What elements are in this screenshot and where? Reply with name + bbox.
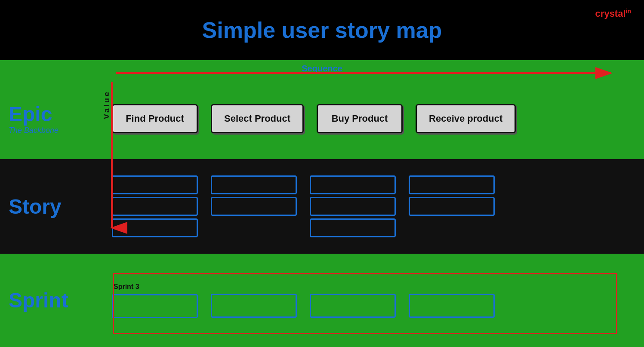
story-card[interactable] bbox=[112, 197, 198, 216]
story-card[interactable] bbox=[211, 197, 297, 216]
sprint-label-area: Sprint bbox=[0, 289, 99, 312]
logo-crystal: crystal bbox=[595, 8, 626, 19]
story-stack-4 bbox=[409, 175, 495, 237]
story-card[interactable] bbox=[112, 175, 198, 194]
story-stack-2 bbox=[211, 175, 297, 237]
epic-row: Sequence Epic The Backbone Value Find Pr… bbox=[0, 60, 644, 159]
sprint-label: Sprint 3 bbox=[114, 283, 198, 291]
epic-card-buy-product[interactable]: Buy Product bbox=[317, 104, 403, 133]
epic-card-receive-product[interactable]: Receive product bbox=[416, 104, 516, 133]
page: Simple user story map crystalin bbox=[0, 0, 644, 347]
sprint-title: Sprint bbox=[9, 289, 99, 312]
sprint-cards: Sprint 3 bbox=[112, 283, 644, 318]
value-label: Value bbox=[102, 90, 111, 119]
sprint-card[interactable] bbox=[409, 294, 495, 318]
story-columns bbox=[112, 175, 644, 237]
epic-card-find-product[interactable]: Find Product bbox=[112, 104, 198, 133]
sequence-bar: Sequence bbox=[0, 60, 644, 78]
story-stack-1 bbox=[112, 175, 198, 237]
logo-in: in bbox=[626, 8, 631, 15]
story-label-area: Story bbox=[0, 195, 99, 218]
story-card[interactable] bbox=[409, 197, 495, 216]
story-card[interactable] bbox=[310, 197, 396, 216]
epic-cards: Find Product Select Product Buy Product … bbox=[112, 104, 644, 133]
epic-card-select-product[interactable]: Select Product bbox=[211, 104, 304, 133]
story-stack-3 bbox=[310, 175, 396, 237]
epic-content: Epic The Backbone Value Find Product Sel… bbox=[0, 78, 644, 159]
story-card[interactable] bbox=[112, 218, 198, 237]
story-card[interactable] bbox=[310, 175, 396, 194]
sprint-card[interactable] bbox=[211, 294, 297, 318]
sprint-row: Sprint Sprint 3 bbox=[0, 254, 644, 347]
sprint-card-wrap-1: Sprint 3 bbox=[112, 283, 198, 318]
page-title: Simple user story map bbox=[202, 17, 442, 43]
story-title: Story bbox=[9, 195, 99, 218]
logo: crystalin bbox=[595, 8, 631, 19]
sprint-card[interactable] bbox=[112, 294, 198, 318]
sprint-card[interactable] bbox=[310, 294, 396, 318]
sequence-label: Sequence bbox=[302, 64, 342, 74]
story-card[interactable] bbox=[409, 175, 495, 194]
header: Simple user story map crystalin bbox=[0, 0, 644, 60]
story-card[interactable] bbox=[211, 175, 297, 194]
rows-container: Sequence Epic The Backbone Value Find Pr… bbox=[0, 60, 644, 347]
epic-title: Epic bbox=[9, 102, 99, 126]
sprint-card-wrap-2 bbox=[211, 283, 297, 318]
epic-subtitle: The Backbone bbox=[9, 126, 99, 135]
sprint-card-wrap-4 bbox=[409, 283, 495, 318]
story-row: Story bbox=[0, 159, 644, 254]
story-card[interactable] bbox=[310, 218, 396, 237]
sprint-card-wrap-3 bbox=[310, 283, 396, 318]
epic-label-area: Epic The Backbone Value bbox=[0, 102, 99, 135]
